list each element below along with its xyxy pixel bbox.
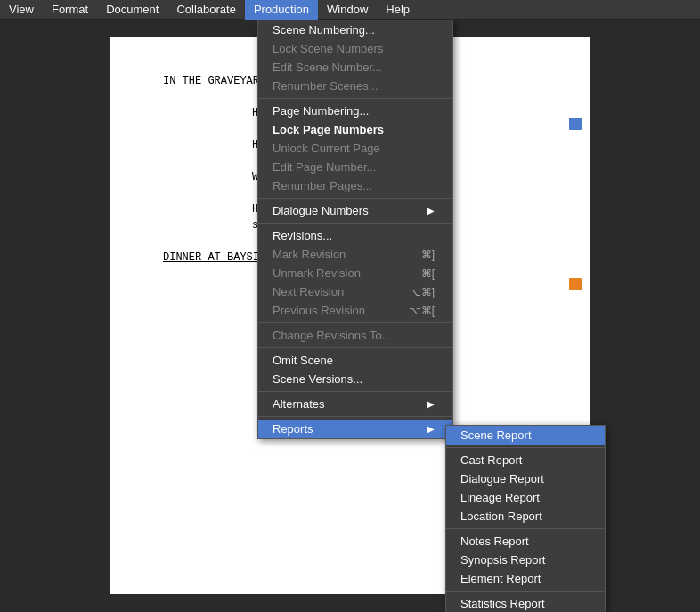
separator-6 [258,391,452,392]
revisions[interactable]: Revisions... [258,226,452,245]
omit-scene[interactable]: Omit Scene [258,351,452,370]
separator-7 [258,416,452,417]
menu-window[interactable]: Window [318,0,377,20]
separator-4 [258,322,452,323]
menu-collaborate[interactable]: Collaborate [167,0,245,20]
menu-view[interactable]: View [0,0,43,20]
blue-marker [569,118,582,130]
previous-revision: Previous Revision ⌥⌘[ [258,301,452,320]
scene-versions[interactable]: Scene Versions... [258,370,452,388]
alternates[interactable]: Alternates [258,395,452,413]
next-revision-label: Next Revision [273,285,344,298]
menu-production[interactable]: Production [245,0,318,20]
separator-5 [258,347,452,348]
renumber-scenes: Renumber Scenes... [258,77,452,95]
mark-revision: Mark Revision ⌘] [258,245,452,264]
next-revision: Next Revision ⌥⌘] [258,282,452,301]
menu-document[interactable]: Document [97,0,167,20]
lock-page-numbers[interactable]: Lock Page Numbers [258,120,452,139]
edit-scene-number: Edit Scene Number... [258,58,452,77]
notes-report[interactable]: Notes Report [446,532,605,551]
reports[interactable]: Reports [258,420,452,438]
previous-revision-shortcut: ⌥⌘[ [409,305,435,317]
dialogue-report[interactable]: Dialogue Report [446,469,605,488]
synopsis-report[interactable]: Synopsis Report [446,551,605,569]
renumber-pages: Renumber Pages... [258,176,452,195]
menu-format[interactable]: Format [43,0,97,20]
production-menu: Scene Numbering... Lock Scene Numbers Ed… [257,20,453,439]
lineage-report[interactable]: Lineage Report [446,488,605,507]
lock-scene-numbers: Lock Scene Numbers [258,39,452,58]
separator-2 [258,198,452,199]
unmark-revision: Unmark Revision ⌘[ [258,264,452,282]
separator-3 [258,223,452,224]
dialogue-numbers[interactable]: Dialogue Numbers [258,201,452,220]
next-revision-shortcut: ⌥⌘] [409,286,435,298]
page-numbering[interactable]: Page Numbering... [258,102,452,120]
unmark-revision-label: Unmark Revision [273,266,361,280]
change-revisions-to: Change Revisions To... [258,326,452,345]
location-report[interactable]: Location Report [446,507,605,526]
separator-1 [258,98,452,99]
report-sep-1 [446,447,605,448]
unmark-revision-shortcut: ⌘[ [421,267,435,280]
edit-page-number: Edit Page Number... [258,158,452,176]
scene-numbering[interactable]: Scene Numbering... [258,20,452,39]
statistics-report[interactable]: Statistics Report [446,594,605,612]
unlock-current-page: Unlock Current Page [258,139,452,158]
reports-submenu: Scene Report Cast Report Dialogue Report… [445,425,606,612]
element-report[interactable]: Element Report [446,569,605,588]
mark-revision-shortcut: ⌘] [421,249,435,261]
previous-revision-label: Previous Revision [273,304,365,317]
orange-marker [569,278,582,290]
report-sep-2 [446,528,605,529]
menubar: View Format Document Collaborate Product… [0,0,700,20]
mark-revision-label: Mark Revision [273,248,346,261]
cast-report[interactable]: Cast Report [446,451,605,469]
scene-report[interactable]: Scene Report [446,426,605,445]
menu-help[interactable]: Help [377,0,419,20]
report-sep-3 [446,591,605,592]
